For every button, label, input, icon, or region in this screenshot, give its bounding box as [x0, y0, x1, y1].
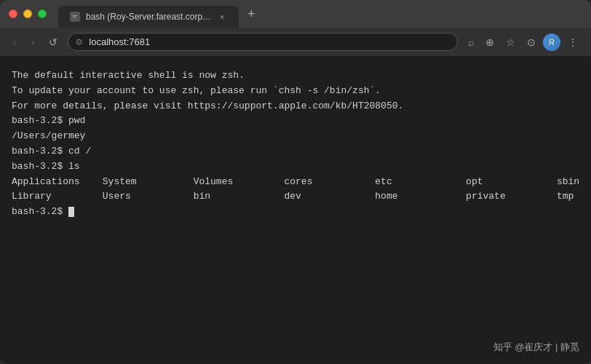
active-tab[interactable]: bash (Roy-Server.fareast.corp… ×: [58, 6, 239, 28]
star-icon-button[interactable]: ☆: [501, 33, 520, 51]
profile-avatar[interactable]: R: [543, 33, 560, 51]
tab-title: bash (Roy-Server.fareast.corp…: [86, 12, 211, 22]
tabs-container: bash (Roy-Server.fareast.corp… ×: [58, 0, 239, 28]
addressbar: ‹ › ↺ ⊙ localhost:7681 ⌕ ⊕ ☆ ⊙ R ⋮: [0, 28, 591, 57]
toolbar-right: ⌕ ⊕ ☆ ⊙ R ⋮: [464, 33, 582, 51]
terminal-content[interactable]: The default interactive shell is now zsh…: [0, 57, 591, 364]
tab-close-icon[interactable]: ×: [217, 12, 227, 22]
menu-icon-button[interactable]: ⋮: [563, 33, 582, 51]
terminal-line: Library Users bin dev home private tmp v…: [12, 189, 579, 205]
terminal-line: bash-3.2$ ls: [12, 159, 579, 175]
svg-rect-1: [73, 15, 77, 16]
terminal-line: bash-3.2$ cd /: [12, 144, 579, 159]
terminal-output: The default interactive shell is now zsh…: [12, 68, 579, 220]
new-tab-button[interactable]: +: [242, 4, 261, 23]
terminal-line: The default interactive shell is now zsh…: [12, 68, 579, 84]
cloud-icon-button[interactable]: ⊙: [523, 33, 540, 51]
back-button[interactable]: ‹: [9, 34, 21, 50]
traffic-lights: [9, 9, 47, 18]
terminal-cursor: [68, 207, 74, 217]
tab-favicon: [70, 12, 80, 22]
terminal-line: To update your account to use zsh, pleas…: [12, 84, 579, 99]
forward-button[interactable]: ›: [27, 34, 39, 50]
reload-button[interactable]: ↺: [44, 34, 62, 50]
close-button[interactable]: [9, 9, 17, 18]
search-icon-button[interactable]: ⌕: [464, 33, 478, 51]
maximize-button[interactable]: [38, 9, 47, 18]
terminal-line: bash-3.2$ pwd: [12, 114, 579, 129]
svg-rect-2: [73, 17, 76, 17]
zoom-icon-button[interactable]: ⊕: [481, 33, 499, 51]
address-box[interactable]: ⊙ localhost:7681: [68, 33, 458, 51]
minimize-button[interactable]: [23, 9, 32, 18]
titlebar: bash (Roy-Server.fareast.corp… × +: [0, 0, 591, 28]
watermark: 知乎 @崔庆才 | 静觅: [493, 340, 579, 355]
lock-icon: ⊙: [76, 37, 82, 47]
url-text: localhost:7681: [89, 36, 150, 47]
terminal-line: For more details, please visit https://s…: [12, 99, 579, 114]
terminal-line: /Users/germey: [12, 129, 579, 144]
terminal-line: Applications System Volumes cores etc op…: [12, 175, 579, 190]
terminal-line: bash-3.2$: [12, 205, 579, 220]
